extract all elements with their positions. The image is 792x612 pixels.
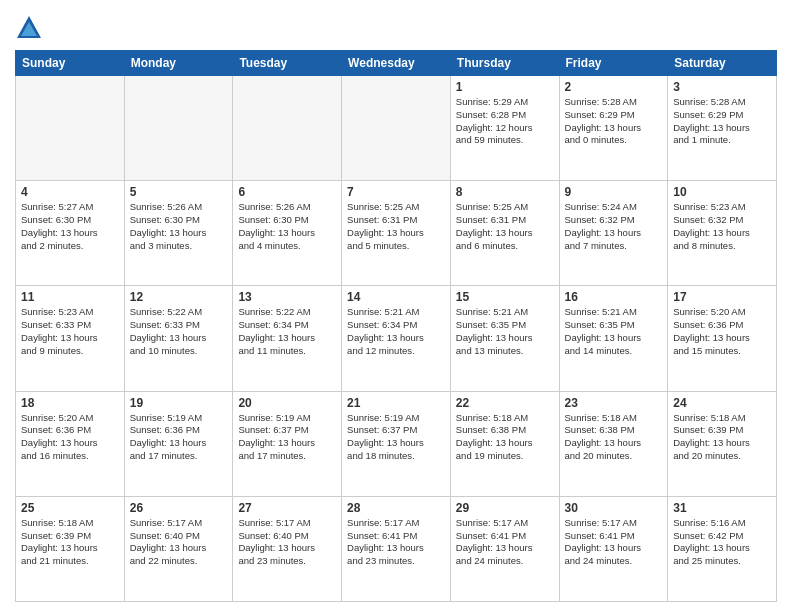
calendar-header-tuesday: Tuesday [233, 51, 342, 76]
day-info: Sunrise: 5:20 AM Sunset: 6:36 PM Dayligh… [21, 412, 119, 463]
calendar-cell-2-1: 12Sunrise: 5:22 AM Sunset: 6:33 PM Dayli… [124, 286, 233, 391]
calendar-cell-3-5: 23Sunrise: 5:18 AM Sunset: 6:38 PM Dayli… [559, 391, 668, 496]
day-info: Sunrise: 5:28 AM Sunset: 6:29 PM Dayligh… [565, 96, 663, 147]
calendar-cell-3-4: 22Sunrise: 5:18 AM Sunset: 6:38 PM Dayli… [450, 391, 559, 496]
day-number: 19 [130, 396, 228, 410]
day-info: Sunrise: 5:18 AM Sunset: 6:38 PM Dayligh… [565, 412, 663, 463]
day-info: Sunrise: 5:28 AM Sunset: 6:29 PM Dayligh… [673, 96, 771, 147]
calendar-cell-3-2: 20Sunrise: 5:19 AM Sunset: 6:37 PM Dayli… [233, 391, 342, 496]
calendar-cell-1-2: 6Sunrise: 5:26 AM Sunset: 6:30 PM Daylig… [233, 181, 342, 286]
day-info: Sunrise: 5:27 AM Sunset: 6:30 PM Dayligh… [21, 201, 119, 252]
calendar-week-4: 25Sunrise: 5:18 AM Sunset: 6:39 PM Dayli… [16, 496, 777, 601]
day-info: Sunrise: 5:17 AM Sunset: 6:40 PM Dayligh… [238, 517, 336, 568]
calendar-cell-0-3 [342, 76, 451, 181]
calendar-cell-1-5: 9Sunrise: 5:24 AM Sunset: 6:32 PM Daylig… [559, 181, 668, 286]
calendar-table: SundayMondayTuesdayWednesdayThursdayFrid… [15, 50, 777, 602]
day-info: Sunrise: 5:21 AM Sunset: 6:35 PM Dayligh… [565, 306, 663, 357]
header [15, 10, 777, 42]
calendar-cell-3-3: 21Sunrise: 5:19 AM Sunset: 6:37 PM Dayli… [342, 391, 451, 496]
calendar-cell-4-0: 25Sunrise: 5:18 AM Sunset: 6:39 PM Dayli… [16, 496, 125, 601]
calendar-cell-4-4: 29Sunrise: 5:17 AM Sunset: 6:41 PM Dayli… [450, 496, 559, 601]
day-number: 5 [130, 185, 228, 199]
calendar-cell-2-6: 17Sunrise: 5:20 AM Sunset: 6:36 PM Dayli… [668, 286, 777, 391]
calendar-cell-0-1 [124, 76, 233, 181]
calendar-header-monday: Monday [124, 51, 233, 76]
day-number: 4 [21, 185, 119, 199]
day-info: Sunrise: 5:17 AM Sunset: 6:41 PM Dayligh… [565, 517, 663, 568]
day-info: Sunrise: 5:21 AM Sunset: 6:34 PM Dayligh… [347, 306, 445, 357]
day-info: Sunrise: 5:29 AM Sunset: 6:28 PM Dayligh… [456, 96, 554, 147]
day-number: 29 [456, 501, 554, 515]
calendar-header-saturday: Saturday [668, 51, 777, 76]
day-info: Sunrise: 5:17 AM Sunset: 6:41 PM Dayligh… [347, 517, 445, 568]
calendar-cell-0-0 [16, 76, 125, 181]
calendar-cell-4-1: 26Sunrise: 5:17 AM Sunset: 6:40 PM Dayli… [124, 496, 233, 601]
calendar-cell-4-3: 28Sunrise: 5:17 AM Sunset: 6:41 PM Dayli… [342, 496, 451, 601]
calendar-cell-1-0: 4Sunrise: 5:27 AM Sunset: 6:30 PM Daylig… [16, 181, 125, 286]
day-info: Sunrise: 5:19 AM Sunset: 6:37 PM Dayligh… [347, 412, 445, 463]
day-info: Sunrise: 5:26 AM Sunset: 6:30 PM Dayligh… [130, 201, 228, 252]
day-number: 31 [673, 501, 771, 515]
day-info: Sunrise: 5:18 AM Sunset: 6:39 PM Dayligh… [21, 517, 119, 568]
day-info: Sunrise: 5:26 AM Sunset: 6:30 PM Dayligh… [238, 201, 336, 252]
logo-icon [15, 14, 43, 42]
day-number: 9 [565, 185, 663, 199]
day-info: Sunrise: 5:16 AM Sunset: 6:42 PM Dayligh… [673, 517, 771, 568]
day-info: Sunrise: 5:17 AM Sunset: 6:41 PM Dayligh… [456, 517, 554, 568]
calendar-cell-1-4: 8Sunrise: 5:25 AM Sunset: 6:31 PM Daylig… [450, 181, 559, 286]
day-number: 7 [347, 185, 445, 199]
day-number: 25 [21, 501, 119, 515]
day-info: Sunrise: 5:23 AM Sunset: 6:32 PM Dayligh… [673, 201, 771, 252]
day-info: Sunrise: 5:19 AM Sunset: 6:37 PM Dayligh… [238, 412, 336, 463]
day-number: 3 [673, 80, 771, 94]
calendar-header-wednesday: Wednesday [342, 51, 451, 76]
calendar-cell-3-6: 24Sunrise: 5:18 AM Sunset: 6:39 PM Dayli… [668, 391, 777, 496]
calendar-week-2: 11Sunrise: 5:23 AM Sunset: 6:33 PM Dayli… [16, 286, 777, 391]
day-number: 14 [347, 290, 445, 304]
calendar-cell-2-3: 14Sunrise: 5:21 AM Sunset: 6:34 PM Dayli… [342, 286, 451, 391]
day-number: 22 [456, 396, 554, 410]
day-info: Sunrise: 5:21 AM Sunset: 6:35 PM Dayligh… [456, 306, 554, 357]
day-info: Sunrise: 5:18 AM Sunset: 6:39 PM Dayligh… [673, 412, 771, 463]
calendar-header-thursday: Thursday [450, 51, 559, 76]
calendar-week-3: 18Sunrise: 5:20 AM Sunset: 6:36 PM Dayli… [16, 391, 777, 496]
day-number: 1 [456, 80, 554, 94]
day-number: 27 [238, 501, 336, 515]
day-info: Sunrise: 5:18 AM Sunset: 6:38 PM Dayligh… [456, 412, 554, 463]
calendar-cell-4-5: 30Sunrise: 5:17 AM Sunset: 6:41 PM Dayli… [559, 496, 668, 601]
day-number: 6 [238, 185, 336, 199]
calendar-cell-4-2: 27Sunrise: 5:17 AM Sunset: 6:40 PM Dayli… [233, 496, 342, 601]
day-number: 30 [565, 501, 663, 515]
day-number: 16 [565, 290, 663, 304]
calendar-cell-3-0: 18Sunrise: 5:20 AM Sunset: 6:36 PM Dayli… [16, 391, 125, 496]
calendar-cell-1-6: 10Sunrise: 5:23 AM Sunset: 6:32 PM Dayli… [668, 181, 777, 286]
calendar-cell-1-3: 7Sunrise: 5:25 AM Sunset: 6:31 PM Daylig… [342, 181, 451, 286]
day-number: 11 [21, 290, 119, 304]
calendar-cell-0-2 [233, 76, 342, 181]
day-number: 2 [565, 80, 663, 94]
calendar-header-sunday: Sunday [16, 51, 125, 76]
calendar-cell-3-1: 19Sunrise: 5:19 AM Sunset: 6:36 PM Dayli… [124, 391, 233, 496]
calendar-cell-0-4: 1Sunrise: 5:29 AM Sunset: 6:28 PM Daylig… [450, 76, 559, 181]
day-info: Sunrise: 5:22 AM Sunset: 6:33 PM Dayligh… [130, 306, 228, 357]
day-number: 10 [673, 185, 771, 199]
calendar-week-1: 4Sunrise: 5:27 AM Sunset: 6:30 PM Daylig… [16, 181, 777, 286]
day-number: 28 [347, 501, 445, 515]
calendar-cell-0-6: 3Sunrise: 5:28 AM Sunset: 6:29 PM Daylig… [668, 76, 777, 181]
day-number: 18 [21, 396, 119, 410]
day-number: 24 [673, 396, 771, 410]
day-info: Sunrise: 5:25 AM Sunset: 6:31 PM Dayligh… [347, 201, 445, 252]
calendar-cell-2-4: 15Sunrise: 5:21 AM Sunset: 6:35 PM Dayli… [450, 286, 559, 391]
calendar-header-row: SundayMondayTuesdayWednesdayThursdayFrid… [16, 51, 777, 76]
day-info: Sunrise: 5:23 AM Sunset: 6:33 PM Dayligh… [21, 306, 119, 357]
day-number: 23 [565, 396, 663, 410]
calendar-cell-4-6: 31Sunrise: 5:16 AM Sunset: 6:42 PM Dayli… [668, 496, 777, 601]
day-number: 8 [456, 185, 554, 199]
day-info: Sunrise: 5:20 AM Sunset: 6:36 PM Dayligh… [673, 306, 771, 357]
page: SundayMondayTuesdayWednesdayThursdayFrid… [0, 0, 792, 612]
day-info: Sunrise: 5:22 AM Sunset: 6:34 PM Dayligh… [238, 306, 336, 357]
day-number: 21 [347, 396, 445, 410]
calendar-header-friday: Friday [559, 51, 668, 76]
day-info: Sunrise: 5:25 AM Sunset: 6:31 PM Dayligh… [456, 201, 554, 252]
day-number: 13 [238, 290, 336, 304]
